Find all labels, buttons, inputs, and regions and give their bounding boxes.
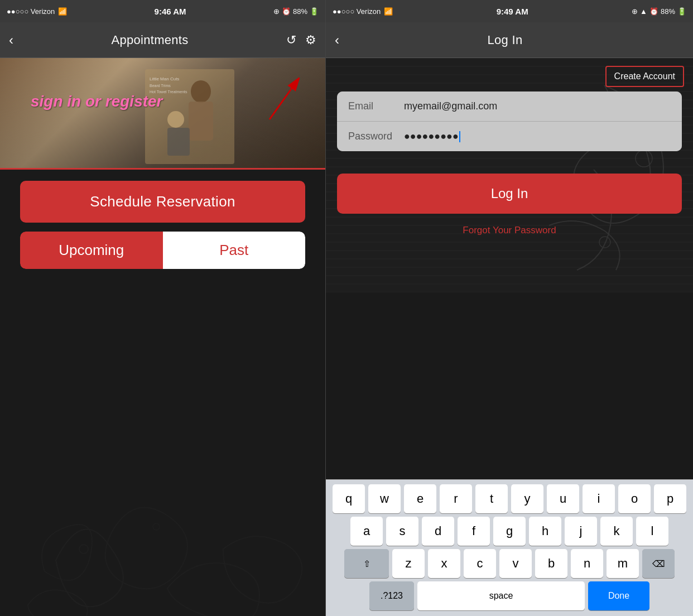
tab-upcoming[interactable]: Upcoming <box>20 232 163 269</box>
alarm-icon-left: ⏰ <box>282 7 291 16</box>
key-k[interactable]: k <box>600 517 633 546</box>
password-label: Password <box>348 131 404 142</box>
text-cursor <box>459 131 460 142</box>
carrier-info-left: ●●○○○ Verizon 📶 <box>7 7 67 16</box>
battery-info-left: ⊕ ⏰ 88% 🔋 <box>273 7 319 16</box>
key-z[interactable]: z <box>392 549 425 578</box>
key-symbols[interactable]: .?123 <box>369 581 414 610</box>
back-button-right[interactable]: ‹ <box>335 32 339 48</box>
svg-point-9 <box>79 545 88 554</box>
svg-rect-4 <box>167 128 190 156</box>
carrier-label-left: ●●○○○ Verizon <box>7 7 55 16</box>
key-w[interactable]: w <box>368 484 401 513</box>
key-r[interactable]: r <box>440 484 472 513</box>
battery-info-right: ⊕ ▲ ⏰ 88% 🔋 <box>632 7 686 16</box>
keyboard: q w e r t y u i o p a s d f g h j k <box>326 479 693 616</box>
carrier-info-right: ●●○○○ Verizon 📶 <box>333 7 393 16</box>
login-form: Email myemail@gmail.com Password ●●●●●●●… <box>337 92 682 151</box>
create-account-button[interactable]: Create Account <box>605 66 684 87</box>
forgot-password-link[interactable]: Forgot Your Password <box>326 219 693 242</box>
battery-icon-left: 🔋 <box>310 7 319 16</box>
alarm-icon-right: ⏰ <box>649 7 658 16</box>
wifi-icon-left: 📶 <box>58 7 67 16</box>
key-c[interactable]: c <box>464 549 496 578</box>
login-content: Create Account Email myemail@gmail.com P… <box>326 58 693 616</box>
nav-bar-left: ‹ Appointments ↺ ⚙ <box>0 22 325 58</box>
lock-icon-right: ⊕ <box>632 7 638 16</box>
page-title-left: Appointments <box>111 33 188 47</box>
sign-in-annotation: sign in or register <box>31 92 163 112</box>
hero-image: Little Man Cuts Beard Trims Hot Towel Tr… <box>0 58 325 170</box>
key-h[interactable]: h <box>529 517 561 546</box>
key-b[interactable]: b <box>535 549 567 578</box>
password-field-row[interactable]: Password ●●●●●●●●● <box>337 122 682 151</box>
location-icon-left: ⊕ <box>273 7 280 16</box>
wifi-icon-right: 📶 <box>384 7 393 16</box>
key-s[interactable]: s <box>386 517 418 546</box>
key-f[interactable]: f <box>458 517 490 546</box>
page-title-right: Log In <box>488 33 523 47</box>
right-panel: ●●○○○ Verizon 📶 9:49 AM ⊕ ▲ ⏰ 88% 🔋 ‹ Lo… <box>325 0 693 616</box>
email-label: Email <box>348 100 404 112</box>
carrier-label-right: ●●○○○ Verizon <box>333 7 381 16</box>
key-v[interactable]: v <box>499 549 532 578</box>
key-e[interactable]: e <box>404 484 436 513</box>
battery-label-left: 88% <box>293 7 307 16</box>
key-g[interactable]: g <box>493 517 526 546</box>
keyboard-row-4: .?123 space Done <box>328 581 691 610</box>
tab-past[interactable]: Past <box>163 232 306 269</box>
svg-text:Beard Trims: Beard Trims <box>150 84 171 88</box>
nav-icons-left: ↺ ⚙ <box>286 33 316 47</box>
key-m[interactable]: m <box>607 549 639 578</box>
svg-point-1 <box>191 80 211 103</box>
keyboard-row-1: q w e r t y u i o p <box>328 484 691 513</box>
status-bar-right: ●●○○○ Verizon 📶 9:49 AM ⊕ ▲ ⏰ 88% 🔋 <box>326 0 693 22</box>
key-i[interactable]: i <box>583 484 615 513</box>
email-field-row[interactable]: Email myemail@gmail.com <box>337 92 682 122</box>
key-l[interactable]: l <box>636 517 668 546</box>
floral-decoration-left <box>0 393 325 616</box>
key-n[interactable]: n <box>571 549 603 578</box>
login-button[interactable]: Log In <box>337 174 682 214</box>
refresh-button[interactable]: ↺ <box>286 33 296 47</box>
key-shift[interactable]: ⇧ <box>344 549 389 578</box>
gps-icon-right: ▲ <box>640 7 647 16</box>
battery-icon-right: 🔋 <box>677 7 686 16</box>
key-delete[interactable]: ⌫ <box>642 549 675 578</box>
key-q[interactable]: q <box>333 484 365 513</box>
tab-container: Upcoming Past <box>20 232 305 269</box>
status-bar-left: ●●○○○ Verizon 📶 9:46 AM ⊕ ⏰ 88% 🔋 <box>0 0 325 22</box>
key-o[interactable]: o <box>618 484 651 513</box>
key-p[interactable]: p <box>654 484 686 513</box>
content-area: Schedule Reservation Upcoming Past <box>0 170 325 280</box>
key-x[interactable]: x <box>428 549 460 578</box>
svg-text:Little Man Cuts: Little Man Cuts <box>150 76 179 81</box>
settings-button[interactable]: ⚙ <box>305 33 316 47</box>
svg-point-10 <box>153 523 160 530</box>
left-panel: ●●○○○ Verizon 📶 9:46 AM ⊕ ⏰ 88% 🔋 ‹ Appo… <box>0 0 325 616</box>
email-value[interactable]: myemail@gmail.com <box>404 100 671 112</box>
schedule-reservation-button[interactable]: Schedule Reservation <box>20 181 305 223</box>
key-d[interactable]: d <box>422 517 454 546</box>
battery-label-right: 88% <box>661 7 675 16</box>
key-t[interactable]: t <box>475 484 508 513</box>
time-left: 9:46 AM <box>155 7 186 16</box>
key-j[interactable]: j <box>565 517 597 546</box>
dark-background-left <box>0 280 325 616</box>
nav-bar-right: ‹ Log In <box>326 22 693 58</box>
time-right: 9:49 AM <box>497 7 528 16</box>
password-value: ●●●●●●●●● <box>404 131 671 142</box>
keyboard-row-2: a s d f g h j k l <box>328 517 691 546</box>
svg-rect-2 <box>189 102 213 141</box>
svg-point-3 <box>167 111 184 128</box>
key-done[interactable]: Done <box>588 581 649 610</box>
key-space[interactable]: space <box>417 581 585 610</box>
back-button-left[interactable]: ‹ <box>9 32 13 48</box>
barber-illustration: Little Man Cuts Beard Trims Hot Towel Tr… <box>145 69 234 164</box>
key-a[interactable]: a <box>350 517 383 546</box>
key-y[interactable]: y <box>511 484 543 513</box>
key-u[interactable]: u <box>547 484 579 513</box>
keyboard-row-3: ⇧ z x c v b n m ⌫ <box>328 549 691 578</box>
